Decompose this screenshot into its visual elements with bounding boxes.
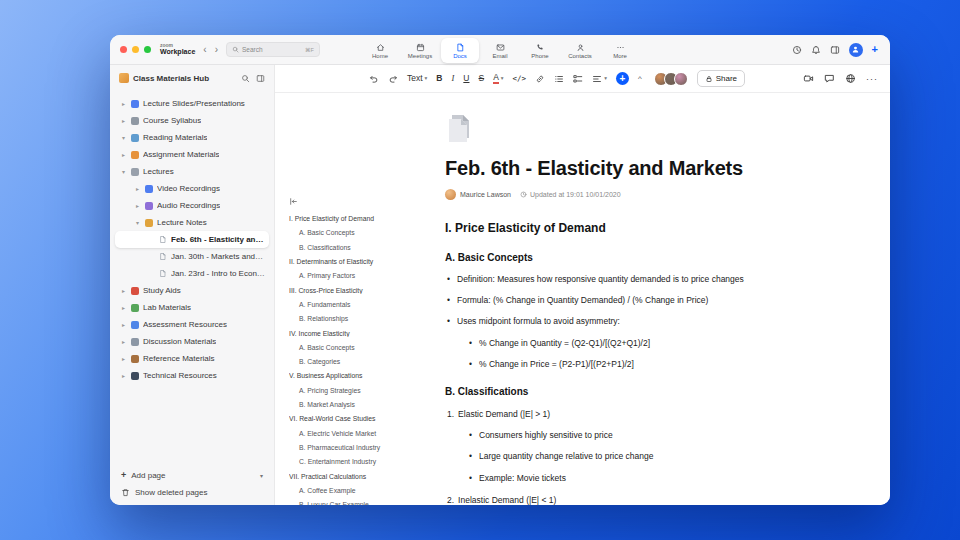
insert-button[interactable]: + [616, 72, 629, 85]
doc-bullet-item[interactable]: % Change in Price = (P2-P1)/[(P2+P1)/2] [467, 359, 835, 369]
bulleted-list-button[interactable] [554, 74, 564, 84]
tab-meetings[interactable]: Meetings [401, 38, 439, 63]
align-button[interactable]: ▾ [592, 74, 607, 84]
doc-heading-3[interactable]: A. Basic Concepts [445, 252, 835, 263]
tab-email[interactable]: Email [481, 38, 519, 63]
text-style-dropdown[interactable]: Text▾ [407, 74, 427, 83]
sidebar-item[interactable]: ▸Audio Recordings [115, 197, 269, 214]
new-button[interactable]: + [872, 44, 878, 55]
tab-contacts[interactable]: Contacts [561, 38, 599, 63]
doc-bullet-item[interactable]: % Change in Quantity = (Q2-Q1)/[(Q2+Q1)/… [467, 338, 835, 348]
doc-numbered-item[interactable]: 1.Elastic Demand (|E| > 1) [445, 409, 835, 419]
sidebar-item[interactable]: ▾Lectures [115, 163, 269, 180]
back-button[interactable]: ‹ [203, 44, 206, 55]
language-button[interactable] [845, 73, 856, 84]
chevron-right-icon[interactable]: ▸ [120, 372, 127, 379]
undo-button[interactable] [369, 74, 379, 84]
outline-item[interactable]: B. Pharmaceutical Industry [289, 444, 393, 452]
italic-button[interactable]: I [452, 74, 455, 83]
minimize-window-button[interactable] [132, 46, 139, 53]
chevron-right-icon[interactable]: ▸ [120, 338, 127, 345]
doc-bullet-item[interactable]: Large quantity change relative to price … [467, 451, 835, 461]
code-button[interactable]: </> [513, 75, 527, 83]
sidebar-item[interactable]: ▸Technical Resources [115, 367, 269, 384]
sidebar-item[interactable]: Jan. 30th - Markets and P... [115, 248, 269, 265]
outline-item[interactable]: A. Primary Factors [289, 272, 393, 280]
tab-docs[interactable]: Docs [441, 38, 479, 63]
doc-heading-2[interactable]: I. Price Elasticity of Demand [445, 221, 835, 235]
outline-item[interactable]: B. Luxury Car Example [289, 501, 393, 505]
outline-item[interactable]: A. Fundamentals [289, 301, 393, 309]
document-title[interactable]: Feb. 6th - Elasticity and Markets [445, 157, 835, 180]
chevron-right-icon[interactable]: ▸ [120, 321, 127, 328]
chevron-right-icon[interactable]: ▸ [120, 100, 127, 107]
doc-numbered-item[interactable]: 2.Inelastic Demand (|E| < 1) [445, 495, 835, 505]
sidebar-item[interactable]: ▾Lecture Notes [115, 214, 269, 231]
tab-more[interactable]: More [601, 38, 639, 63]
chevron-right-icon[interactable]: ▸ [120, 117, 127, 124]
redo-button[interactable] [388, 74, 398, 84]
layout-panel-button[interactable] [830, 45, 840, 55]
sidebar-item[interactable]: ▾Reading Materials [115, 129, 269, 146]
doc-heading-3[interactable]: B. Classifications [445, 386, 835, 397]
sidebar-item[interactable]: ▸Assessment Resources [115, 316, 269, 333]
history-button[interactable] [792, 45, 802, 55]
chevron-right-icon[interactable]: ▸ [120, 304, 127, 311]
outline-item[interactable]: B. Categories [289, 358, 393, 366]
outline-item[interactable]: II. Determinants of Elasticity [289, 258, 393, 266]
outline-item[interactable]: A. Basic Concepts [289, 229, 393, 237]
outline-item[interactable]: I. Price Elasticity of Demand [289, 215, 393, 223]
outline-item[interactable]: A. Pricing Strategies [289, 387, 393, 395]
collaborator-avatar[interactable] [674, 72, 688, 86]
collapse-toolbar-button[interactable]: ^ [638, 75, 642, 83]
doc-bullet-item[interactable]: Uses midpoint formula to avoid asymmetry… [445, 316, 835, 326]
comment-button[interactable] [824, 73, 835, 84]
close-window-button[interactable] [120, 46, 127, 53]
add-page-options-icon[interactable]: ▾ [260, 472, 263, 479]
maximize-window-button[interactable] [144, 46, 151, 53]
doc-bullet-item[interactable]: Consumers highly sensitive to price [467, 430, 835, 440]
underline-button[interactable]: U [463, 74, 469, 83]
global-search-input[interactable]: Search ⌘F [226, 42, 320, 57]
outline-item[interactable]: IV. Income Elasticity [289, 330, 393, 338]
chevron-right-icon[interactable]: ▸ [120, 287, 127, 294]
forward-button[interactable]: › [215, 44, 218, 55]
show-deleted-pages-button[interactable]: Show deleted pages [121, 488, 263, 497]
outline-item[interactable]: V. Business Applications [289, 372, 393, 380]
chevron-right-icon[interactable]: ▸ [120, 151, 127, 158]
sidebar-item[interactable]: ▸Lab Materials [115, 299, 269, 316]
checklist-button[interactable] [573, 74, 583, 84]
notifications-button[interactable] [811, 45, 821, 55]
sidebar-item[interactable]: Feb. 6th - Elasticity and M... [115, 231, 269, 248]
record-button[interactable] [803, 73, 814, 84]
sidebar-item[interactable]: ▸Video Recordings [115, 180, 269, 197]
chevron-down-icon[interactable]: ▾ [134, 219, 141, 226]
add-page-button[interactable]: + Add page ▾ [121, 470, 263, 480]
profile-avatar[interactable] [849, 43, 863, 57]
outline-item[interactable]: VII. Practical Calculations [289, 473, 393, 481]
document-content[interactable]: Feb. 6th - Elasticity and Markets Mauric… [395, 93, 890, 505]
text-color-button[interactable]: A▾ [493, 73, 503, 85]
link-button[interactable] [535, 74, 545, 84]
outline-item[interactable]: A. Coffee Example [289, 487, 393, 495]
doc-bullet-item[interactable]: Example: Movie tickets [467, 473, 835, 483]
outline-item[interactable]: B. Relationships [289, 315, 393, 323]
chevron-right-icon[interactable]: ▸ [134, 202, 141, 209]
outline-item[interactable]: B. Classifications [289, 244, 393, 252]
sidebar-item[interactable]: ▸Assignment Materials [115, 146, 269, 163]
doc-bullet-item[interactable]: Definition: Measures how responsive quan… [445, 274, 835, 284]
doc-bullet-item[interactable]: Formula: (% Change in Quantity Demanded)… [445, 295, 835, 305]
collapse-outline-button[interactable] [289, 197, 298, 206]
outline-item[interactable]: A. Basic Concepts [289, 344, 393, 352]
chevron-down-icon[interactable]: ▾ [120, 168, 127, 175]
sidebar-item[interactable]: ▸Course Syllabus [115, 112, 269, 129]
chevron-down-icon[interactable]: ▾ [120, 134, 127, 141]
sidebar-search-button[interactable] [241, 74, 250, 83]
sidebar-item[interactable]: ▸Reference Materials [115, 350, 269, 367]
share-button[interactable]: Share [697, 70, 745, 87]
outline-item[interactable]: C. Entertainment Industry [289, 458, 393, 466]
chevron-right-icon[interactable]: ▸ [134, 185, 141, 192]
expand-pages-button[interactable] [256, 74, 265, 83]
outline-item[interactable]: III. Cross-Price Elasticity [289, 287, 393, 295]
sidebar-item[interactable]: ▸Study Aids [115, 282, 269, 299]
